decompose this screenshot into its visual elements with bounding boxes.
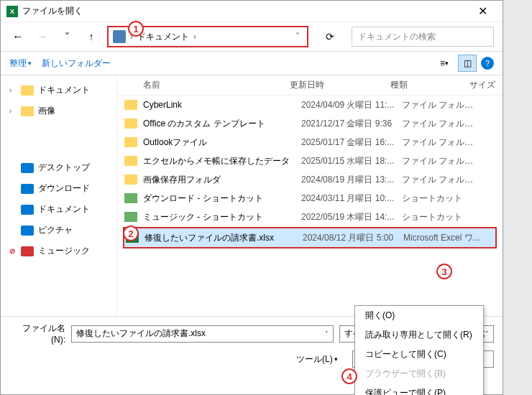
menu-copy[interactable]: コピーとして開く(C) xyxy=(355,345,483,364)
help-icon[interactable]: ? xyxy=(481,57,494,70)
annotation-2: 2 xyxy=(123,226,139,241)
file-row[interactable]: 画像保存用フォルダ2024/08/19 月曜日 13:...ファイル フォルダー xyxy=(117,170,503,189)
annotation-3: 3 xyxy=(436,264,452,279)
filename-label: ファイル名(N): xyxy=(9,322,65,345)
file-date: 2024/08/12 月曜日 5:00 xyxy=(303,232,403,244)
file-date: 2021/12/17 金曜日 9:36 xyxy=(301,118,402,130)
file-row[interactable]: CyberLink2024/04/09 火曜日 11:...ファイル フォルダー xyxy=(117,96,503,114)
col-date[interactable]: 更新日時 xyxy=(290,79,390,91)
file-type: ショートカット xyxy=(402,192,481,205)
file-type: ショートカット xyxy=(402,211,481,223)
titlebar: X ファイルを開く ✕ xyxy=(1,1,503,22)
annotation-1: 1 xyxy=(128,21,144,37)
file-name: ダウンロード - ショートカット xyxy=(143,192,301,205)
menu-browser: ブラウザーで開く(B) xyxy=(355,364,483,384)
col-name[interactable]: 名前 xyxy=(124,79,290,91)
back-button[interactable]: ← xyxy=(9,28,27,45)
preview-pane-icon[interactable]: ◫ xyxy=(458,55,477,72)
file-date: 2024/04/09 火曜日 11:... xyxy=(301,99,402,111)
breadcrumb-label[interactable]: ドキュメント xyxy=(137,31,189,43)
file-date: 2024/03/11 月曜日 10:... xyxy=(301,192,402,205)
file-type: ファイル フォルダー xyxy=(402,155,481,167)
sidebar-item-documents[interactable]: ›ドキュメント xyxy=(1,80,116,101)
view-list-icon[interactable]: ≡▾ xyxy=(435,55,454,72)
file-name: エクセルからメモ帳に保存したデータ xyxy=(143,155,301,167)
file-row[interactable]: ミュージック - ショートカット2022/05/19 木曜日 14:...ショー… xyxy=(117,208,503,226)
file-row[interactable]: エクセルからメモ帳に保存したデータ2025/01/15 水曜日 18:...ファ… xyxy=(117,152,503,170)
dialog-title: ファイルを開く xyxy=(22,5,468,17)
file-name: Office のカスタム テンプレート xyxy=(143,118,301,130)
file-date: 2022/05/19 木曜日 14:... xyxy=(301,211,402,223)
annotation-4: 4 xyxy=(341,368,357,384)
navbar: ← → ˅ ↑ › ドキュメント › ˅ ⟳ ドキュメントの検索 xyxy=(1,22,503,51)
file-type: ファイル フォルダー xyxy=(402,118,481,130)
organize-button[interactable]: 整理▾ xyxy=(9,57,32,70)
file-row[interactable]: ダウンロード - ショートカット2024/03/11 月曜日 10:...ショー… xyxy=(117,189,503,208)
menu-protected[interactable]: 保護ビューで開く(P) xyxy=(355,384,483,395)
search-input[interactable]: ドキュメントの検索 xyxy=(352,27,494,47)
file-icon xyxy=(124,118,137,129)
sidebar-item-desktop[interactable]: デスクトップ xyxy=(1,157,116,178)
new-folder-button[interactable]: 新しいフォルダー xyxy=(42,57,111,70)
up-button[interactable]: ˅ xyxy=(58,28,75,45)
file-date: 2025/01/15 水曜日 18:... xyxy=(301,155,402,167)
sidebar-item-music[interactable]: ⊘ミュージック xyxy=(1,241,116,261)
filename-input[interactable]: 修復したいファイルの請求書.xlsx˅ xyxy=(71,325,334,343)
toolbar: 整理▾ 新しいフォルダー ≡▾ ◫ ? xyxy=(1,51,503,75)
sidebar: ›ドキュメント ›画像 デスクトップ ダウンロード ドキュメント ピクチャ ⊘ミ… xyxy=(1,75,117,316)
file-name: Outlookファイル xyxy=(143,136,301,149)
file-name: 修復したいファイルの請求書.xlsx xyxy=(145,232,303,244)
file-name: ミュージック - ショートカット xyxy=(143,211,301,223)
file-type: ファイル フォルダー xyxy=(402,174,481,186)
sidebar-item-downloads[interactable]: ダウンロード xyxy=(1,178,116,199)
col-size[interactable]: サイズ xyxy=(469,79,495,91)
refresh-button[interactable]: ⟳ xyxy=(321,28,339,45)
col-type[interactable]: 種類 xyxy=(390,79,469,91)
excel-icon: X xyxy=(6,6,18,17)
file-icon xyxy=(124,156,137,166)
file-date: 2024/08/19 月曜日 13:... xyxy=(301,174,402,186)
menu-readonly[interactable]: 読み取り専用として開く(R) xyxy=(355,325,483,345)
file-row[interactable]: Outlookファイル2025/01/17 金曜日 16:...ファイル フォル… xyxy=(117,133,503,152)
forward-button[interactable]: → xyxy=(34,28,51,45)
chevron-down-icon[interactable]: ˅ xyxy=(295,32,300,42)
file-type: ファイル フォルダー xyxy=(402,99,481,111)
close-button[interactable]: ✕ xyxy=(468,1,497,22)
file-name: 画像保存用フォルダ xyxy=(143,174,301,186)
document-icon xyxy=(113,30,126,43)
file-type: Microsoft Excel ワ... xyxy=(403,232,482,244)
file-icon xyxy=(124,212,137,222)
up-dir-button[interactable]: ↑ xyxy=(83,28,100,45)
file-icon xyxy=(124,175,137,185)
file-icon xyxy=(124,137,137,147)
file-date: 2025/01/17 金曜日 16:... xyxy=(301,136,402,149)
sidebar-item-documents2[interactable]: ドキュメント xyxy=(1,199,116,220)
file-list: 名前 更新日時 種類 サイズ CyberLink2024/04/09 火曜日 1… xyxy=(117,75,503,316)
file-icon xyxy=(124,100,137,110)
file-icon xyxy=(124,193,137,203)
open-dropdown-menu: 開く(O) 読み取り専用として開く(R) コピーとして開く(C) ブラウザーで開… xyxy=(354,305,484,395)
column-headers: 名前 更新日時 種類 サイズ xyxy=(117,75,503,96)
file-row[interactable]: 修復したいファイルの請求書.xlsx2024/08/12 月曜日 5:00Mic… xyxy=(124,228,495,247)
sidebar-item-pictures[interactable]: ピクチャ xyxy=(1,220,116,241)
file-type: ファイル フォルダー xyxy=(402,136,481,149)
file-name: CyberLink xyxy=(143,100,301,110)
menu-open[interactable]: 開く(O) xyxy=(355,306,483,325)
tools-button[interactable]: ツール(L) ▾ xyxy=(296,353,338,366)
sidebar-item-images[interactable]: ›画像 xyxy=(1,101,116,121)
chevron-right-icon: › xyxy=(193,32,196,42)
file-row[interactable]: Office のカスタム テンプレート2021/12/17 金曜日 9:36ファ… xyxy=(117,114,503,133)
